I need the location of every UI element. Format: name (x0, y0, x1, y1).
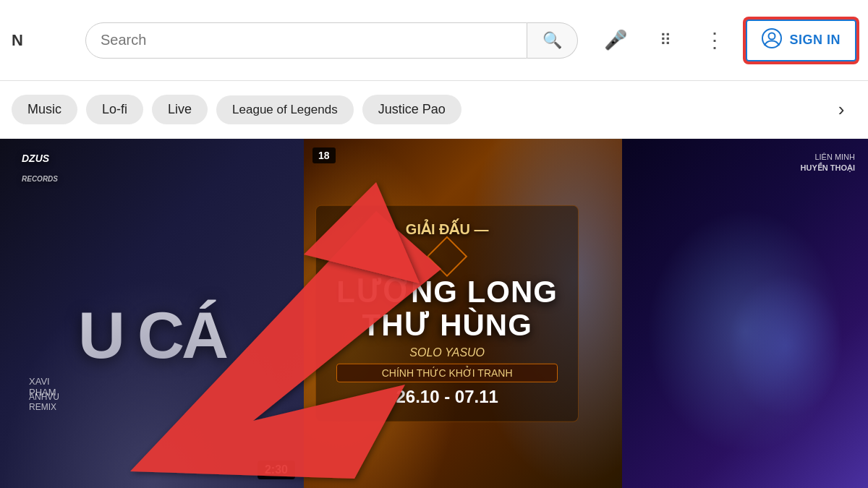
luong-long-label: LƯỠNG LONG (336, 275, 558, 308)
chip-lol[interactable]: League of Legends (216, 95, 354, 124)
video-card-left[interactable]: DZUS RECORDS U CÁ XAVI PHAM ANHVU REMIX … (0, 139, 304, 488)
video-card-right[interactable]: LIÊN MINH HUYỀN THOẠI (622, 139, 868, 488)
video-card-middle[interactable]: 18 GIẢI ĐẤU — LƯỠNG LONG THƯ HÙNG SOLO Y… (304, 139, 622, 488)
filter-bar: Music Lo-fi Live League of Legends Justi… (0, 81, 868, 139)
solo-yasuo-label: SOLO YASUO (336, 346, 558, 359)
right-video-title-top: LIÊN MINH (801, 152, 856, 163)
right-video-title-bottom: HUYỀN THOẠI (801, 163, 856, 174)
chip-justice-pao[interactable]: Justice Pao (362, 95, 461, 124)
mic-icon: 🎤 (604, 29, 627, 51)
search-icon: 🔍 (542, 31, 562, 50)
chinh-thuc-label: CHÍNH THỨC KHỞI TRANH (336, 364, 558, 382)
content-area: DZUS RECORDS U CÁ XAVI PHAM ANHVU REMIX … (0, 139, 868, 488)
date-range-label: 26.10 - 07.11 (336, 387, 558, 407)
apps-button[interactable]: ⠿ (647, 23, 682, 58)
chevron-right-button[interactable]: › (826, 95, 856, 125)
svg-point-1 (769, 33, 775, 39)
logo: N (12, 31, 22, 50)
thu-hung-label: THƯ HÙNG (336, 309, 558, 342)
chip-music[interactable]: Music (12, 95, 77, 124)
remix-label: ANHVU REMIX (29, 392, 59, 412)
header: N 🔍 🎤 ⠿ ⋮ SIGN IN (0, 0, 868, 81)
sign-in-button[interactable]: SIGN IN (746, 20, 856, 61)
search-bar (85, 22, 527, 59)
search-container: 🔍 (85, 22, 578, 59)
mic-button[interactable]: 🎤 (598, 23, 633, 58)
giai-dau-label: GIẢI ĐẤU — (336, 220, 558, 237)
more-button[interactable]: ⋮ (697, 23, 731, 58)
chip-lofi[interactable]: Lo-fi (86, 95, 143, 124)
age-badge: 18 (312, 147, 336, 163)
search-input[interactable] (101, 32, 512, 48)
sign-in-label: SIGN IN (789, 33, 841, 48)
dz-logo: DZUS RECORDS (22, 153, 58, 187)
header-icons: 🎤 ⠿ ⋮ SIGN IN (598, 20, 856, 61)
duration-badge: 2:30 (258, 461, 295, 479)
grid-icon: ⠿ (660, 31, 670, 50)
chevron-right-icon: › (838, 98, 845, 121)
more-icon: ⋮ (705, 28, 724, 52)
chip-live[interactable]: Live (152, 95, 208, 124)
search-button[interactable]: 🔍 (527, 22, 578, 59)
logo-area: N (12, 31, 77, 50)
user-circle-icon (762, 28, 782, 53)
lol-text-block: GIẢI ĐẤU — LƯỠNG LONG THƯ HÙNG SOLO YASU… (315, 205, 579, 421)
